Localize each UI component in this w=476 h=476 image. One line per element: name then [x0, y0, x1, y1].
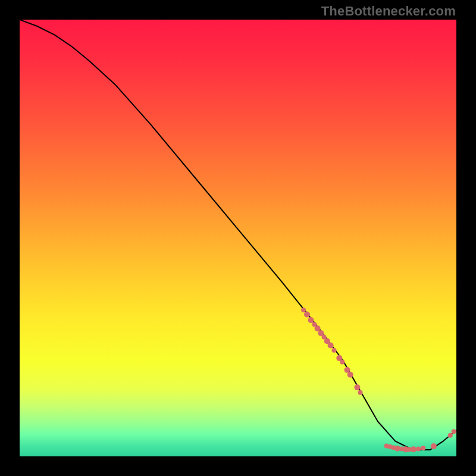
data-point — [431, 443, 437, 449]
data-point — [411, 446, 416, 452]
data-point — [358, 390, 363, 395]
data-point — [448, 433, 453, 438]
bottleneck-plot — [20, 20, 456, 456]
data-point — [354, 384, 360, 390]
data-point — [301, 308, 306, 312]
chart-container: TheBottlenecker.com — [0, 0, 476, 476]
data-point — [347, 372, 353, 378]
data-point — [340, 359, 345, 364]
data-point — [304, 311, 310, 317]
data-point — [331, 348, 336, 353]
data-point — [308, 317, 314, 323]
data-point — [421, 446, 425, 450]
gradient-background — [20, 20, 456, 456]
data-point — [315, 325, 321, 331]
data-point — [416, 447, 421, 452]
data-point — [328, 343, 334, 349]
watermark-text: TheBottlenecker.com — [321, 4, 456, 19]
data-point — [452, 429, 456, 434]
